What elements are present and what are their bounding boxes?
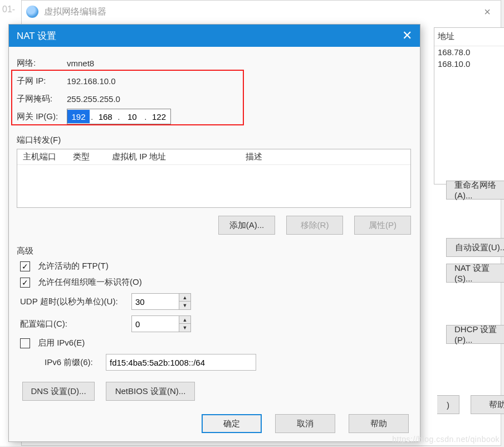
- port-forwarding-group: 端口转发(F) 主机端口 类型 虚拟机 IP 地址 描述 添加(A)... 移除…: [17, 135, 411, 235]
- spin-up-icon[interactable]: ▲: [179, 294, 190, 302]
- vnet-address-list: 地址 168.78.0 168.10.0: [434, 27, 504, 184]
- vnet-list-header: 地址: [434, 28, 504, 46]
- spin-down-icon[interactable]: ▼: [179, 302, 190, 309]
- subnet-mask-value: 255.255.255.0: [67, 94, 120, 104]
- dot-icon: .: [143, 112, 148, 122]
- spinner-buttons[interactable]: ▲ ▼: [179, 315, 191, 332]
- vnet-close-button[interactable]: ×: [478, 6, 496, 18]
- network-row: 网络: vmnet8: [17, 55, 411, 71]
- config-port-label: 配置端口(C):: [20, 319, 131, 329]
- dot-icon: .: [90, 112, 94, 122]
- help-button[interactable]: 帮助: [349, 414, 409, 433]
- subnet-ip-value: 192.168.10.0: [67, 76, 116, 86]
- nat-settings-button[interactable]: NAT 设置(S)...: [446, 264, 504, 283]
- dialog-button-row: 确定 取消 帮助: [17, 414, 411, 433]
- ipv6-prefix-row: IPv6 前缀(6):: [45, 354, 411, 371]
- vnet-help-button[interactable]: 帮助: [471, 395, 504, 414]
- allow-ftp-label: 允许活动的 FTP(T): [38, 261, 109, 271]
- table-header: 主机端口 类型 虚拟机 IP 地址 描述: [17, 149, 410, 165]
- dhcp-settings-button[interactable]: DHCP 设置(P)...: [446, 325, 504, 344]
- network-value: vmnet8: [67, 59, 94, 68]
- vnet-list-header-label: 地址: [438, 31, 454, 42]
- config-port-row: 配置端口(C): ▲ ▼: [20, 315, 411, 332]
- udp-timeout-spinner[interactable]: ▲ ▼: [131, 293, 191, 310]
- udp-timeout-label: UDP 超时(以秒为单位)(U):: [20, 297, 131, 307]
- col-vm-ip: 虚拟机 IP 地址: [106, 152, 240, 162]
- dot-icon: .: [116, 112, 121, 122]
- nat-titlebar: NAT 设置 ✕: [9, 25, 420, 47]
- nat-dialog-title: NAT 设置: [17, 30, 402, 42]
- spinner-buttons[interactable]: ▲ ▼: [179, 293, 191, 310]
- auto-settings-button[interactable]: 自动设置(U)...: [446, 238, 504, 257]
- globe-icon: [26, 6, 38, 18]
- ok-button[interactable]: 确定: [202, 414, 262, 433]
- gateway-ip-input[interactable]: . . .: [67, 109, 171, 124]
- gateway-octet-4[interactable]: [148, 110, 170, 123]
- cancel-button[interactable]: 取消: [275, 414, 335, 433]
- gateway-octet-3[interactable]: [121, 110, 143, 123]
- dns-netbios-row: DNS 设置(D)... NetBIOS 设置(N)...: [22, 382, 411, 401]
- remove-button[interactable]: 移除(R): [286, 216, 343, 235]
- allow-ftp-row: 允许活动的 FTP(T): [20, 261, 411, 271]
- config-port-input[interactable]: [131, 315, 179, 332]
- dns-settings-button[interactable]: DNS 设置(D)...: [22, 382, 95, 401]
- list-item[interactable]: 168.10.0: [434, 58, 504, 70]
- gateway-ip-row: 网关 IP(G): . . .: [17, 108, 411, 125]
- list-item[interactable]: 168.78.0: [434, 46, 504, 58]
- config-port-spinner[interactable]: ▲ ▼: [131, 315, 191, 332]
- allow-ftp-checkbox[interactable]: [20, 261, 30, 271]
- enable-ipv6-label: 启用 IPv6(E): [38, 338, 85, 348]
- vnet-title: 虚拟网络编辑器: [44, 6, 478, 18]
- vnet-cancel-button-partial[interactable]: ): [437, 395, 459, 414]
- port-forwarding-table[interactable]: 主机端口 类型 虚拟机 IP 地址 描述: [17, 149, 411, 208]
- allow-oui-row: 允许任何组织唯一标识符(O): [20, 277, 411, 288]
- port-forwarding-title: 端口转发(F): [17, 135, 411, 145]
- enable-ipv6-row: 启用 IPv6(E): [20, 338, 411, 348]
- nat-settings-dialog: NAT 设置 ✕ 网络: vmnet8 子网 IP: 192.168.10.0 …: [8, 24, 420, 442]
- vnet-footer-buttons: ) 帮助: [437, 395, 504, 414]
- spin-up-icon[interactable]: ▲: [179, 316, 190, 324]
- vnet-titlebar: 虚拟网络编辑器 ×: [22, 1, 501, 23]
- gateway-ip-label: 网关 IP(G):: [17, 111, 67, 122]
- nat-body: 网络: vmnet8 子网 IP: 192.168.10.0 子网掩码: 255…: [9, 47, 420, 439]
- ipv6-prefix-input[interactable]: [106, 354, 256, 371]
- add-button[interactable]: 添加(A)...: [218, 216, 275, 235]
- col-description: 描述: [240, 152, 410, 162]
- gateway-octet-1[interactable]: [67, 110, 90, 123]
- col-host-port: 主机端口: [17, 152, 67, 162]
- ipv6-prefix-label: IPv6 前缀(6):: [45, 357, 106, 368]
- enable-ipv6-checkbox[interactable]: [20, 338, 30, 348]
- spin-down-icon[interactable]: ▼: [179, 324, 190, 332]
- allow-oui-label: 允许任何组织唯一标识符(O): [38, 277, 142, 288]
- subnet-mask-row: 子网掩码: 255.255.255.0: [17, 90, 411, 107]
- rename-network-button[interactable]: 重命名网络(A)...: [446, 181, 504, 200]
- subnet-ip-row: 子网 IP: 192.168.10.0: [17, 72, 411, 89]
- udp-timeout-input[interactable]: [131, 293, 179, 310]
- forward-button-row: 添加(A)... 移除(R) 属性(P): [17, 216, 411, 235]
- network-label: 网络:: [17, 58, 67, 69]
- advanced-title: 高级: [17, 246, 411, 256]
- netbios-settings-button[interactable]: NetBIOS 设置(N)...: [106, 382, 195, 401]
- advanced-group: 高级 允许活动的 FTP(T) 允许任何组织唯一标识符(O) UDP 超时(以秒…: [17, 246, 411, 401]
- subnet-ip-label: 子网 IP:: [17, 76, 67, 86]
- properties-button[interactable]: 属性(P): [354, 216, 411, 235]
- gateway-octet-2[interactable]: [94, 110, 116, 123]
- allow-oui-checkbox[interactable]: [20, 278, 30, 288]
- nat-close-button[interactable]: ✕: [402, 30, 412, 42]
- udp-timeout-row: UDP 超时(以秒为单位)(U): ▲ ▼: [20, 293, 411, 310]
- subnet-mask-label: 子网掩码:: [17, 94, 67, 104]
- col-type: 类型: [67, 152, 106, 162]
